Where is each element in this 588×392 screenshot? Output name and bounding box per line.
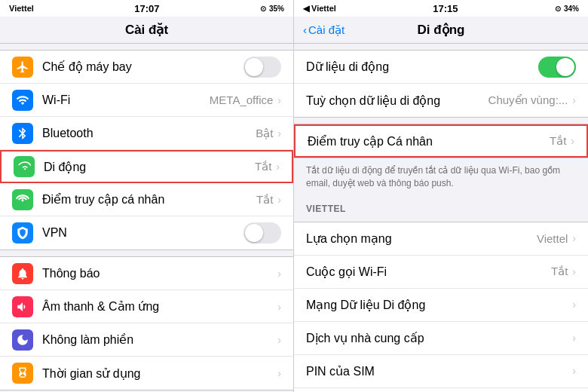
wifi-chevron: › bbox=[277, 94, 281, 106]
notifications-chevron: › bbox=[277, 268, 281, 280]
row-vpn[interactable]: VPN bbox=[0, 216, 293, 250]
row-airplane[interactable]: Chế độ máy bay bbox=[0, 51, 293, 84]
screentime-icon bbox=[12, 363, 33, 384]
row-notifications[interactable]: Thông báo › bbox=[0, 257, 293, 290]
airplane-label: Chế độ máy bay bbox=[42, 60, 243, 74]
data-options-chevron: › bbox=[572, 94, 576, 106]
provider-chevron: › bbox=[572, 332, 576, 344]
row-wifi[interactable]: Wi-Fi META_office › bbox=[0, 84, 293, 117]
left-section-1-inner: Chế độ máy bay Wi-Fi META_office › bbox=[0, 50, 293, 250]
mobile-chevron: › bbox=[276, 161, 280, 173]
right-data-section-inner: Dữ liệu di động Tuỳ chọn dữ liệu di động… bbox=[294, 50, 588, 118]
mobile-icon bbox=[14, 156, 35, 177]
right-nav-bar: ‹ Cài đặt Di động bbox=[294, 17, 588, 44]
sim-pin-chevron: › bbox=[572, 365, 576, 377]
mobile-label: Di động bbox=[44, 160, 255, 174]
bluetooth-chevron: › bbox=[277, 127, 281, 139]
row-provider[interactable]: Dịch vụ nhà cung cấp › bbox=[294, 322, 588, 355]
row-sim-apps[interactable]: Ứng dụng của SIM › bbox=[294, 388, 588, 392]
data-options-label: Tuỳ chọn dữ liệu di động bbox=[306, 93, 488, 108]
row-data-mobile[interactable]: Dữ liệu di động bbox=[294, 51, 588, 84]
data-description: Tắt dữ liệu di động để truyền tắt cả dữ … bbox=[294, 158, 588, 196]
row-network-choice[interactable]: Lựa chọn mạng Viettel › bbox=[294, 222, 588, 256]
right-settings-list: Dữ liệu di động Tuỳ chọn dữ liệu di động… bbox=[294, 44, 588, 392]
row-screentime[interactable]: Thời gian sử dụng › bbox=[0, 357, 293, 390]
wifi-call-value: Tắt bbox=[551, 265, 568, 278]
viettel-section: Lựa chọn mạng Viettel › Cuộc gọi Wi-Fi T… bbox=[294, 222, 588, 392]
row-bluetooth[interactable]: Bluetooth Bật › bbox=[0, 117, 293, 150]
screentime-label: Thời gian sử dụng bbox=[42, 366, 277, 381]
bluetooth-value: Bật bbox=[256, 127, 273, 140]
wifi-label: Wi-Fi bbox=[42, 93, 210, 107]
dnd-label: Không làm phiền bbox=[42, 332, 277, 347]
dnd-chevron: › bbox=[277, 334, 281, 346]
row-mobile[interactable]: Di động Tắt › bbox=[0, 150, 293, 183]
wifi-value: META_office bbox=[210, 93, 273, 106]
data-options-value: Chuyển vùng:... bbox=[488, 93, 568, 107]
vpn-label: VPN bbox=[42, 226, 243, 240]
network-choice-value: Viettel bbox=[537, 232, 568, 245]
left-phone: Viettel 17:07 ⊙ 35% Cài đặt Chế độ máy b… bbox=[0, 0, 294, 392]
airplane-toggle[interactable] bbox=[243, 57, 281, 78]
row-mobile-data-network[interactable]: Mạng Dữ liệu Di động › bbox=[294, 289, 588, 322]
row-hotspot[interactable]: Điểm truy cập cá nhân Tắt › bbox=[0, 183, 293, 216]
hotspot-icon bbox=[12, 189, 33, 210]
right-time: 17:15 bbox=[433, 3, 458, 14]
data-mobile-toggle[interactable] bbox=[538, 57, 576, 78]
wifi-call-chevron: › bbox=[572, 265, 576, 277]
back-chevron-icon: ‹ bbox=[303, 23, 307, 36]
right-hotspot-inner: Điểm truy cập Cá nhân Tắt › bbox=[294, 124, 588, 158]
left-time: 17:07 bbox=[134, 3, 159, 14]
left-nav-bar: Cài đặt bbox=[0, 17, 293, 44]
airplane-icon bbox=[12, 57, 33, 78]
right-battery: ⊙ 34% bbox=[555, 5, 579, 13]
right-hotspot-chevron: › bbox=[571, 135, 574, 147]
data-mobile-label: Dữ liệu di động bbox=[306, 60, 538, 74]
left-section-1: Chế độ máy bay Wi-Fi META_office › bbox=[0, 50, 293, 250]
provider-label: Dịch vụ nhà cung cấp bbox=[306, 331, 572, 345]
row-data-options[interactable]: Tuỳ chọn dữ liệu di động Chuyển vùng:...… bbox=[294, 84, 588, 117]
right-phone: ◀ Viettel 17:15 ⊙ 34% ‹ Cài đặt Di động … bbox=[294, 0, 588, 392]
row-dnd[interactable]: Không làm phiền › bbox=[0, 323, 293, 357]
network-choice-chevron: › bbox=[572, 232, 576, 244]
left-section-2-inner: Thông báo › Âm thanh & Cảm ứng › K bbox=[0, 256, 293, 390]
notifications-label: Thông báo bbox=[42, 267, 277, 280]
mobile-data-network-chevron: › bbox=[572, 299, 576, 311]
row-wifi-call[interactable]: Cuộc gọi Wi-Fi Tắt › bbox=[294, 256, 588, 289]
dnd-icon bbox=[12, 329, 33, 351]
left-nav-title: Cài đặt bbox=[125, 22, 168, 38]
hotspot-label: Điểm truy cập cá nhân bbox=[42, 192, 256, 207]
row-sim-pin[interactable]: PIN của SIM › bbox=[294, 355, 588, 388]
viettel-header: VIETTEL bbox=[294, 201, 588, 216]
network-choice-label: Lựa chọn mạng bbox=[306, 231, 537, 246]
left-settings-list: Chế độ máy bay Wi-Fi META_office › bbox=[0, 44, 293, 392]
row-sound[interactable]: Âm thanh & Cảm ứng › bbox=[0, 290, 293, 323]
right-hotspot-label: Điểm truy cập Cá nhân bbox=[308, 134, 550, 149]
mobile-value: Tắt bbox=[255, 160, 271, 173]
right-nav-title: Di động bbox=[418, 22, 465, 38]
screentime-chevron: › bbox=[277, 367, 281, 379]
left-battery: ⊙ 35% bbox=[260, 5, 284, 13]
back-label: Cài đặt bbox=[308, 23, 345, 37]
sound-icon bbox=[12, 296, 33, 317]
vpn-icon bbox=[12, 222, 33, 243]
wifi-call-label: Cuộc gọi Wi-Fi bbox=[306, 265, 551, 279]
notifications-icon bbox=[12, 263, 33, 284]
right-hotspot-value: Tắt bbox=[550, 134, 566, 148]
sim-pin-label: PIN của SIM bbox=[306, 364, 572, 378]
right-carrier: ◀ Viettel bbox=[303, 4, 336, 14]
left-carrier: Viettel bbox=[9, 4, 34, 13]
hotspot-chevron: › bbox=[277, 194, 281, 206]
bluetooth-label: Bluetooth bbox=[42, 127, 256, 140]
left-status-bar: Viettel 17:07 ⊙ 35% bbox=[0, 0, 293, 17]
row-right-hotspot[interactable]: Điểm truy cập Cá nhân Tắt › bbox=[294, 124, 588, 158]
right-back-button[interactable]: ‹ Cài đặt bbox=[303, 23, 345, 37]
left-section-2: Thông báo › Âm thanh & Cảm ứng › K bbox=[0, 256, 293, 390]
bluetooth-icon bbox=[12, 123, 33, 144]
right-status-bar: ◀ Viettel 17:15 ⊙ 34% bbox=[294, 0, 588, 17]
vpn-toggle[interactable] bbox=[243, 222, 281, 243]
sound-chevron: › bbox=[277, 301, 281, 313]
right-hotspot-section: Điểm truy cập Cá nhân Tắt › bbox=[294, 124, 588, 158]
viettel-section-inner: Lựa chọn mạng Viettel › Cuộc gọi Wi-Fi T… bbox=[294, 222, 588, 392]
right-data-section: Dữ liệu di động Tuỳ chọn dữ liệu di động… bbox=[294, 50, 588, 118]
